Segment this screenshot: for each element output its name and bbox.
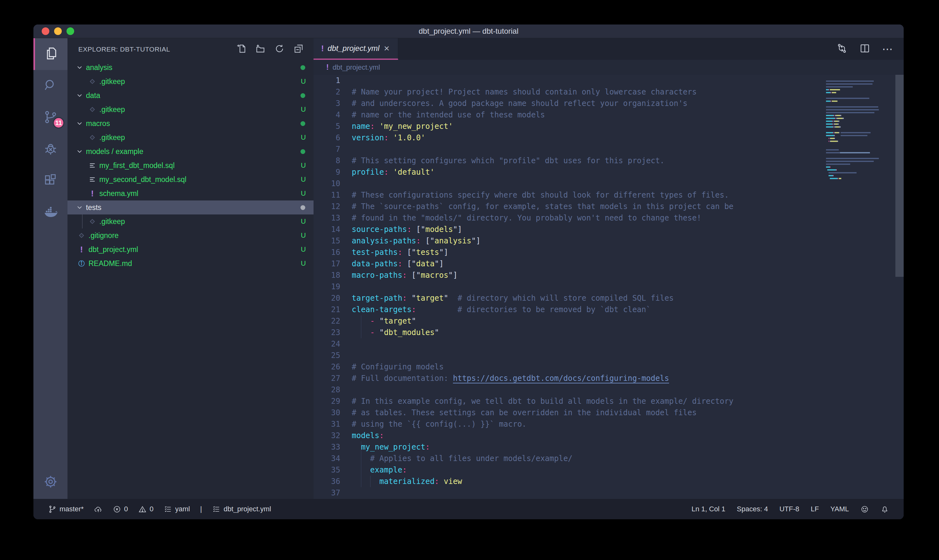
- tree-row--gitignore[interactable]: .gitignoreU: [68, 228, 314, 243]
- code-line-12[interactable]: 12# The `source-paths` config, for examp…: [314, 201, 904, 212]
- tree-row-my-first-dbt-model-sql[interactable]: my_first_dbt_model.sqlU: [68, 158, 314, 172]
- code-line-13[interactable]: 13# found in the "models/" directory. Yo…: [314, 212, 904, 224]
- breadcrumb[interactable]: ! dbt_project.yml: [314, 60, 904, 75]
- tree-row--gitkeep[interactable]: .gitkeepU: [68, 214, 314, 228]
- tree-row-data[interactable]: data: [68, 88, 314, 103]
- code-line-25[interactable]: 25: [314, 350, 904, 361]
- split-editor-icon[interactable]: [859, 43, 871, 55]
- code-line-27[interactable]: 27# Full documentation: https://docs.get…: [314, 372, 904, 384]
- git-untracked-badge: U: [301, 217, 306, 226]
- status-item-left-0[interactable]: master*: [48, 505, 84, 514]
- zoom-window-button[interactable]: [66, 28, 74, 35]
- code-line-11[interactable]: 11# These configurations specify where d…: [314, 189, 904, 201]
- code-line-7[interactable]: 7: [314, 143, 904, 155]
- code-line-37[interactable]: 37: [314, 487, 904, 498]
- close-window-button[interactable]: [42, 28, 49, 35]
- status-item-left-3[interactable]: 0: [138, 505, 154, 514]
- code-line-9[interactable]: 9profile: 'default': [314, 166, 904, 178]
- code-line-6[interactable]: 6version: '1.0.0': [314, 132, 904, 143]
- docker-icon: [43, 205, 58, 222]
- new-file-icon[interactable]: [236, 43, 247, 55]
- refresh-icon[interactable]: [274, 43, 285, 55]
- code-line-34[interactable]: 34 # Applies to all files under models/e…: [314, 453, 904, 464]
- activity-item-explorer[interactable]: [34, 38, 68, 70]
- tab-dbt-project-yml[interactable]: ! dbt_project.yml ×: [314, 38, 398, 60]
- code-line-28[interactable]: 28: [314, 384, 904, 395]
- activity-item-docker[interactable]: [34, 197, 68, 229]
- more-actions-icon[interactable]: ⋯: [882, 44, 893, 54]
- code-line-8[interactable]: 8# This setting configures which "profil…: [314, 155, 904, 166]
- code-line-19[interactable]: 19: [314, 281, 904, 292]
- tree-row-schema-yml[interactable]: !schema.ymlU: [68, 186, 314, 200]
- code-line-21[interactable]: 21clean-targets: # directories to be rem…: [314, 304, 904, 315]
- code-line-29[interactable]: 29# In this example config, we tell dbt …: [314, 395, 904, 407]
- vertical-scrollbar[interactable]: [895, 75, 904, 277]
- status-item-left-6[interactable]: dbt_project.yml: [212, 505, 271, 514]
- git-icon: [88, 133, 97, 142]
- code-line-17[interactable]: 17data-paths: ["data"]: [314, 258, 904, 269]
- code-line-32[interactable]: 32models:: [314, 430, 904, 441]
- minimap-line: [826, 140, 894, 143]
- status-notifications[interactable]: [881, 505, 889, 514]
- code-line-30[interactable]: 30# as tables. These settings can be ove…: [314, 407, 904, 418]
- code-editor[interactable]: 12# Name your project! Project names sho…: [314, 75, 904, 499]
- status-feedback[interactable]: [860, 505, 869, 514]
- code-line-14[interactable]: 14source-paths: ["models"]: [314, 224, 904, 235]
- code-line-35[interactable]: 35 example:: [314, 464, 904, 476]
- tree-row-models-example[interactable]: models / example: [68, 145, 314, 158]
- code-line-23[interactable]: 23 - "dbt_modules": [314, 327, 904, 338]
- documentation-link[interactable]: https://docs.getdbt.com/docs/configuring…: [453, 374, 669, 383]
- tree-item-label: data: [86, 91, 100, 100]
- activity-item-debug[interactable]: [34, 134, 68, 165]
- code-line-3[interactable]: 3# and underscores. A good package name …: [314, 98, 904, 109]
- code-line-26[interactable]: 26# Configuring models: [314, 361, 904, 372]
- activity-item-extensions[interactable]: [34, 165, 68, 197]
- tree-row-readme-md[interactable]: README.mdU: [68, 257, 314, 271]
- tree-row-macros[interactable]: macros: [68, 117, 314, 131]
- minimap[interactable]: [826, 77, 894, 183]
- activity-item-settings[interactable]: [34, 466, 68, 499]
- tree-row--gitkeep[interactable]: .gitkeepU: [68, 131, 314, 145]
- code-line-18[interactable]: 18macro-paths: ["macros"]: [314, 269, 904, 281]
- collapse-all-icon[interactable]: [293, 43, 304, 55]
- code-line-31[interactable]: 31# using the `{{ config(...) }}` macro.: [314, 418, 904, 430]
- code-line-4[interactable]: 4# name or the intended use of these mod…: [314, 109, 904, 121]
- code-line-33[interactable]: 33 my_new_project:: [314, 441, 904, 453]
- code-line-16[interactable]: 16test-paths: ["tests"]: [314, 246, 904, 258]
- line-content: example:: [352, 464, 407, 476]
- activity-item-search[interactable]: [34, 70, 68, 102]
- status-encoding[interactable]: UTF-8: [779, 505, 799, 513]
- code-line-24[interactable]: 24: [314, 338, 904, 350]
- close-tab-icon[interactable]: ×: [383, 44, 390, 53]
- status-item-left-4[interactable]: yaml: [164, 505, 190, 514]
- code-line-36[interactable]: 36 materialized: view: [314, 476, 904, 487]
- tree-item-label: my_first_dbt_model.sql: [99, 161, 175, 170]
- tree-row-dbt-project-yml[interactable]: !dbt_project.ymlU: [68, 243, 314, 257]
- status-language-mode[interactable]: YAML: [830, 505, 849, 513]
- minimize-window-button[interactable]: [54, 28, 62, 35]
- tree-row--gitkeep[interactable]: .gitkeepU: [68, 74, 314, 88]
- code-line-5[interactable]: 5name: 'my_new_project': [314, 121, 904, 132]
- code-line-10[interactable]: 10: [314, 178, 904, 189]
- minimap-line: [826, 105, 894, 108]
- status-indentation[interactable]: Spaces: 4: [737, 505, 768, 513]
- status-item-left-1[interactable]: [94, 505, 103, 514]
- code-line-22[interactable]: 22 - "target": [314, 315, 904, 327]
- status-item-left-2[interactable]: 0: [113, 505, 128, 514]
- code-line-15[interactable]: 15analysis-paths: ["analysis"]: [314, 235, 904, 246]
- status-cursor-position[interactable]: Ln 1, Col 1: [691, 505, 725, 513]
- status-eol[interactable]: LF: [811, 505, 819, 513]
- tree-row--gitkeep[interactable]: .gitkeepU: [68, 103, 314, 117]
- code-line-1[interactable]: 1: [314, 75, 904, 86]
- new-folder-icon[interactable]: [255, 43, 266, 55]
- activity-item-source-control[interactable]: 11: [34, 102, 68, 134]
- code-line-20[interactable]: 20target-path: "target" # directory whic…: [314, 292, 904, 304]
- line-number: 4: [314, 109, 340, 121]
- open-changes-icon[interactable]: [836, 43, 848, 55]
- status-label: |: [200, 505, 202, 513]
- code-line-2[interactable]: 2# Name your project! Project names shou…: [314, 86, 904, 98]
- tree-row-my-second-dbt-model-sql[interactable]: my_second_dbt_model.sqlU: [68, 172, 314, 186]
- tree-row-tests[interactable]: tests: [68, 200, 314, 214]
- tree-row-analysis[interactable]: analysis: [68, 60, 314, 74]
- line-content: - "target": [352, 315, 416, 327]
